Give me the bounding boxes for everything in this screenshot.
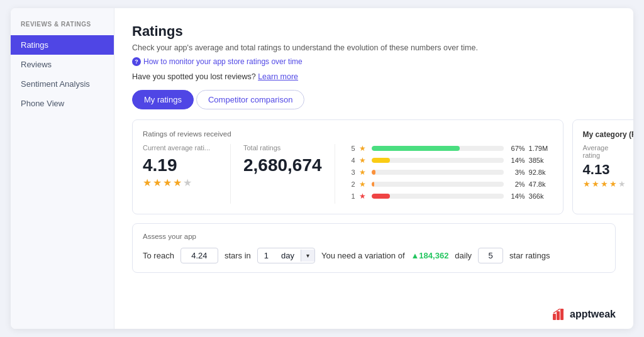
bar-count-3: 92.8k — [529, 168, 553, 176]
avg-label: Current average rati... — [143, 144, 218, 152]
sidebar-item-reviews[interactable]: Reviews — [11, 55, 114, 74]
avg-col: Current average rati... 4.19 ★ ★ ★ ★ ★ — [143, 144, 231, 204]
bar-track-4 — [372, 158, 504, 163]
bar-label-2: 2 — [348, 180, 355, 188]
page-title: Ratings — [132, 23, 616, 40]
star-5: ★ — [183, 177, 192, 189]
assess-row: To reach stars in 1 day ▾ You need a var… — [143, 248, 605, 263]
bar-pct-4: 14% — [508, 157, 525, 164]
bar-label-3: 3 — [348, 168, 355, 176]
star-ratings-label: star ratings — [509, 251, 550, 260]
days-select[interactable]: 1 day ▾ — [257, 248, 315, 263]
daily-label: daily — [455, 251, 472, 260]
stars-label: stars in — [225, 251, 251, 260]
bar-fill-4 — [372, 158, 390, 163]
stars-input[interactable] — [180, 248, 218, 263]
bar-fill-3 — [372, 170, 375, 175]
star-2: ★ — [153, 177, 162, 189]
tabs: My ratings Competitor comparison — [132, 90, 616, 109]
chevron-down-icon[interactable]: ▾ — [301, 250, 314, 262]
category-stars: ★ ★ ★ ★ ★ — [583, 179, 626, 189]
cat-star-5: ★ — [618, 179, 626, 189]
star-4: ★ — [173, 177, 182, 189]
apptweak-text: apptweak — [570, 309, 616, 320]
total-col: Total ratings 2,680,674 — [243, 144, 335, 204]
category-card: My category (Food & Drink) ? Average rat… — [572, 119, 633, 214]
bars-col: 5 ★ 67% 1.79M 4 ★ — [348, 144, 553, 204]
learn-more-link[interactable]: Learn more — [258, 72, 298, 81]
bar-row-4: 4 ★ 14% 385k — [348, 156, 553, 165]
cards-row: Ratings of reviews received Current aver… — [132, 119, 616, 214]
bar-star-2: ★ — [359, 180, 368, 189]
bar-star-3: ★ — [359, 168, 368, 177]
bar-star-5: ★ — [359, 144, 368, 153]
bar-fill-1 — [372, 194, 390, 199]
total-number: 2,680,674 — [243, 155, 322, 175]
category-inner: Average rating 4.13 ★ ★ ★ ★ ★ Total rati… — [583, 144, 633, 190]
bar-row-1: 1 ★ 14% 366k — [348, 192, 553, 201]
bar-pct-5: 67% — [508, 145, 525, 152]
assess-title: Assess your app — [143, 233, 605, 240]
bar-star-1: ★ — [359, 192, 368, 201]
sidebar-item-sentiment[interactable]: Sentiment Analysis — [11, 74, 114, 94]
bar-count-5: 1.79M — [529, 145, 553, 152]
to-reach-label: To reach — [143, 251, 174, 260]
cat-star-2: ★ — [592, 179, 599, 189]
side-avg: Average rating 4.13 ★ ★ ★ ★ ★ — [583, 144, 626, 190]
svg-rect-0 — [553, 314, 556, 320]
help-link[interactable]: How to monitor your app store ratings ov… — [132, 57, 303, 66]
assess-card: Assess your app To reach stars in 1 day … — [132, 223, 616, 273]
bar-label-1: 1 — [348, 192, 355, 200]
page-description: Check your app's average and total ratin… — [132, 43, 616, 52]
bar-star-4: ★ — [359, 156, 368, 165]
bar-count-2: 47.8k — [529, 180, 553, 188]
avg-stars: ★ ★ ★ ★ ★ — [143, 177, 218, 189]
bar-track-5 — [372, 146, 504, 151]
apptweak-logo: apptweak — [553, 309, 616, 320]
sidebar-item-phone[interactable]: Phone View — [11, 94, 114, 113]
bar-track-3 — [372, 170, 504, 175]
ratings-inner: Current average rati... 4.19 ★ ★ ★ ★ ★ T… — [143, 144, 553, 204]
ratings-card: Ratings of reviews received Current aver… — [132, 119, 564, 214]
svg-rect-1 — [557, 311, 560, 320]
bar-row-5: 5 ★ 67% 1.79M — [348, 144, 553, 153]
star-count-input[interactable] — [478, 248, 503, 263]
sidebar-section-title: REVIEWS & RATINGS — [11, 21, 114, 35]
bar-row-3: 3 ★ 3% 92.8k — [348, 168, 553, 177]
bar-track-1 — [372, 194, 504, 199]
total-label: Total ratings — [243, 144, 322, 152]
bar-fill-2 — [372, 182, 374, 187]
lost-reviews-text: Have you spotted you lost reviews? Learn… — [132, 72, 616, 81]
bar-pct-3: 3% — [508, 168, 525, 176]
days-unit: day — [275, 248, 301, 263]
bar-fill-5 — [372, 146, 460, 151]
variation-number: ▲184,362 — [411, 251, 449, 260]
bar-label-5: 5 — [348, 145, 355, 152]
bar-track-2 — [372, 182, 504, 187]
side-avg-number: 4.13 — [583, 162, 626, 178]
sidebar: REVIEWS & RATINGS Ratings Reviews Sentim… — [11, 8, 114, 329]
star-3: ★ — [163, 177, 172, 189]
cat-star-1: ★ — [583, 179, 591, 189]
cat-star-4: ★ — [609, 179, 617, 189]
bar-count-1: 366k — [529, 192, 553, 200]
variation-label: You need a variation of — [321, 251, 405, 260]
side-avg-label: Average rating — [583, 144, 626, 159]
tab-my-ratings[interactable]: My ratings — [132, 90, 194, 109]
star-1: ★ — [143, 177, 152, 189]
days-value: 1 — [258, 248, 275, 263]
avg-number: 4.19 — [143, 155, 218, 175]
cat-star-3: ★ — [601, 179, 608, 189]
bar-row-2: 2 ★ 2% 47.8k — [348, 180, 553, 189]
ratings-section-title: Ratings of reviews received — [143, 130, 553, 138]
main-content: Ratings Check your app's average and tot… — [114, 8, 633, 329]
sidebar-item-ratings[interactable]: Ratings — [11, 35, 114, 55]
category-card-title: My category (Food & Drink) ? — [583, 130, 633, 139]
bar-pct-1: 14% — [508, 192, 525, 200]
apptweak-logo-icon — [553, 309, 567, 320]
bar-label-4: 4 — [348, 157, 355, 164]
tab-competitor[interactable]: Competitor comparison — [196, 90, 304, 109]
bar-pct-2: 2% — [508, 180, 525, 188]
bar-count-4: 385k — [529, 157, 553, 164]
